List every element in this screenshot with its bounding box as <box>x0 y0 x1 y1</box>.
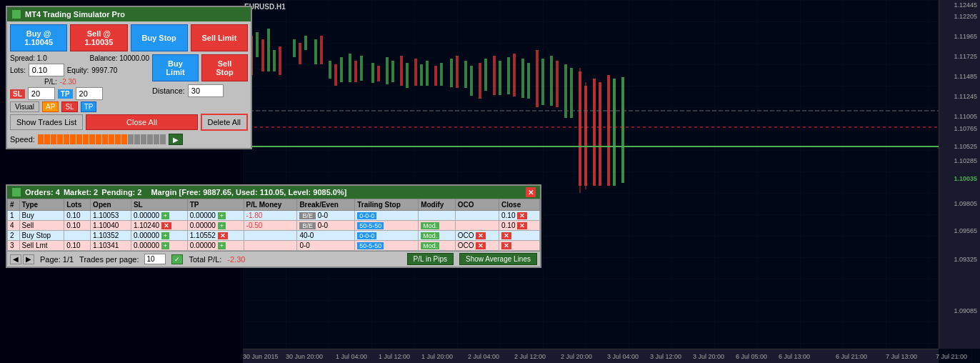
row1-open: 1.10053 <box>91 211 131 221</box>
row2-mod-btn[interactable]: Mod. <box>421 232 439 239</box>
row3-tp-add[interactable]: + <box>218 242 226 249</box>
y-label-12: 1.09565 <box>954 227 977 234</box>
row4-lots: 0.10 <box>64 221 91 231</box>
sl-badge: SL <box>10 89 25 99</box>
svg-rect-46 <box>556 61 559 107</box>
row3-trailing-btn[interactable]: 50-5-50 <box>357 242 384 249</box>
speed-seg-3 <box>51 134 56 144</box>
lots-input[interactable] <box>29 64 64 76</box>
col-close: Close <box>499 199 540 211</box>
svg-rect-20 <box>371 63 374 83</box>
equity-value: 9997.70 <box>91 66 117 74</box>
buy-stop-button[interactable]: Buy Stop <box>131 24 188 51</box>
svg-rect-26 <box>414 59 417 86</box>
svg-rect-40 <box>513 54 516 96</box>
svg-rect-10 <box>299 43 301 64</box>
sl-small-button[interactable]: SL <box>61 101 77 112</box>
row1-be-btn[interactable]: B/E <box>299 212 316 219</box>
speed-seg-12 <box>109 134 114 144</box>
svg-rect-12 <box>314 39 317 64</box>
svg-rect-47 <box>564 64 567 118</box>
sell-stop-button[interactable]: Sell Stop <box>201 54 248 81</box>
row4-be-btn[interactable]: B/E <box>299 222 316 229</box>
close-all-button[interactable]: Close All <box>86 114 197 130</box>
nav-next-button[interactable]: ▶ <box>23 254 34 264</box>
footer-nav: ◀ ▶ <box>10 254 34 264</box>
speed-seg-1 <box>38 134 44 144</box>
row4-mod-btn[interactable]: Mod. <box>421 222 439 229</box>
row4-type: Sell <box>19 221 64 231</box>
speed-label: Speed: <box>10 135 35 144</box>
sell-button[interactable]: Sell @ 1.10035 <box>70 24 127 51</box>
row1-sl-add[interactable]: + <box>161 212 169 219</box>
svg-rect-21 <box>377 66 380 81</box>
tp-input[interactable] <box>76 87 103 100</box>
x-label-0: 30 Jun 2015 <box>243 353 279 360</box>
sell-limit-button[interactable]: Sell Limit <box>191 24 248 51</box>
col-sl: SL <box>131 199 187 211</box>
distance-input[interactable] <box>188 84 224 97</box>
row1-modify <box>419 211 456 221</box>
row1-trailing-btn[interactable]: 0-0-0 <box>357 212 376 219</box>
row2-tp-x[interactable]: ✕ <box>218 232 228 239</box>
sl-input[interactable] <box>28 87 55 100</box>
row2-close: ✕ <box>499 231 540 241</box>
row1-tp-add[interactable]: + <box>218 212 226 219</box>
buy-button[interactable]: Buy @ 1.10045 <box>10 24 67 51</box>
speed-play-button[interactable]: ▶ <box>169 134 183 145</box>
x-label-13: 6 Jul 21:00 <box>836 353 867 360</box>
speed-bar <box>38 134 166 144</box>
show-avg-button[interactable]: Show Average Lines <box>459 253 537 265</box>
row4-open: 1.10040 <box>91 221 131 231</box>
svg-rect-14 <box>329 61 331 79</box>
row2-oco-x[interactable]: ✕ <box>476 232 486 239</box>
svg-rect-54 <box>613 79 616 186</box>
row4-sl-x[interactable]: ✕ <box>161 222 171 229</box>
row4-trailing-btn[interactable]: 50-5-50 <box>357 222 384 229</box>
col-id: # <box>8 199 20 211</box>
visual-row: Visual AP SL TP <box>10 101 149 112</box>
row4-tp-add[interactable]: + <box>218 222 226 229</box>
delete-all-button[interactable]: Delete All <box>201 114 248 131</box>
ap-button[interactable]: AP <box>42 101 59 112</box>
row3-close-btn[interactable]: ✕ <box>501 242 511 249</box>
row2-tp: 1.10552 ✕ <box>187 231 244 241</box>
y-label-10: 1.10035 <box>954 175 977 182</box>
row1-close: 0.10 ✕ <box>499 211 540 221</box>
row2-id: 2 <box>8 231 20 241</box>
row1-close-btn[interactable]: ✕ <box>517 212 527 219</box>
x-label-1: 30 Jun 20:00 <box>286 353 323 360</box>
row2-sl-add[interactable]: + <box>161 232 169 239</box>
x-label-2: 1 Jul 04:00 <box>336 353 367 360</box>
row3-lots: 0.10 <box>64 241 91 251</box>
svg-rect-32 <box>456 56 459 88</box>
orders-close-button[interactable]: ✕ <box>526 187 536 197</box>
row3-sl-add[interactable]: + <box>161 242 169 249</box>
svg-rect-4 <box>256 32 259 57</box>
x-label-11: 6 Jul 05:00 <box>736 353 767 360</box>
row2-trailing-btn[interactable]: 0-0-0 <box>357 232 376 239</box>
total-pl-label: Total P/L: <box>189 255 221 264</box>
row2-close-btn[interactable]: ✕ <box>501 232 511 239</box>
svg-rect-35 <box>479 63 481 99</box>
show-trades-button[interactable]: Show Trades List <box>10 114 83 130</box>
x-label-3: 1 Jul 12:00 <box>379 353 410 360</box>
nav-prev-button[interactable]: ◀ <box>10 254 21 264</box>
buy-limit-button[interactable]: Buy Limit <box>152 54 199 81</box>
visual-button[interactable]: Visual <box>10 101 39 112</box>
trades-per-page-confirm[interactable]: ✓ <box>171 254 183 264</box>
row3-mod-btn[interactable]: Mod. <box>421 242 439 249</box>
speed-seg-8 <box>83 134 89 144</box>
row3-oco-x[interactable]: ✕ <box>476 242 486 249</box>
tp-small-button[interactable]: TP <box>81 101 97 112</box>
row3-sl: 0.00000 + <box>131 241 187 251</box>
x-label-7: 2 Jul 20:00 <box>561 353 592 360</box>
pl-pips-button[interactable]: P/L in Pips <box>407 253 454 265</box>
speed-row: Speed: <box>10 134 248 145</box>
trades-per-page-input[interactable] <box>144 254 166 264</box>
y-label-2: 1.11965 <box>954 33 977 40</box>
speed-seg-9 <box>89 134 95 144</box>
row4-close-btn[interactable]: ✕ <box>517 222 527 229</box>
two-col-section: Spread: 1.0 Balance: 10000.00 Lots: Equi… <box>10 54 248 114</box>
sl-tp-row: SL TP <box>10 87 149 100</box>
